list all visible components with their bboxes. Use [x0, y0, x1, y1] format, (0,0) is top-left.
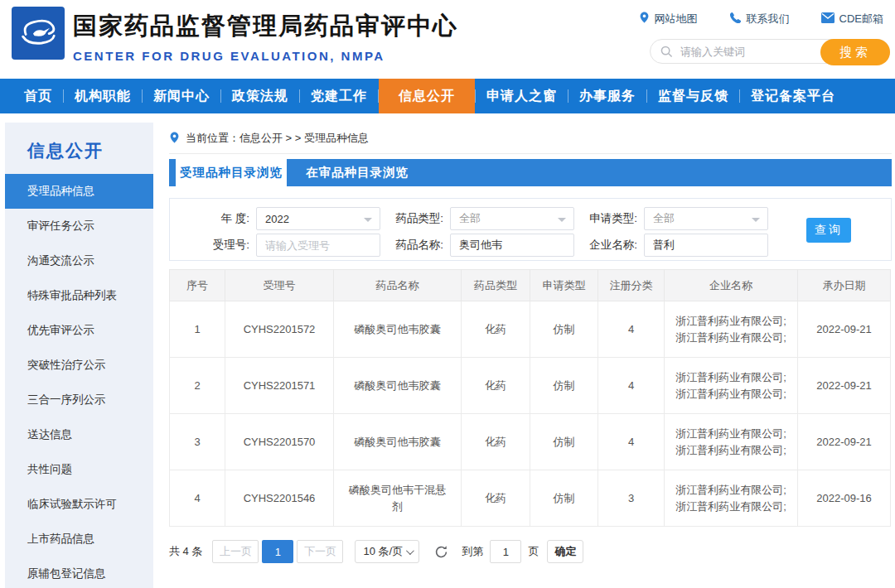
nav-item-functions[interactable]: 机构职能	[64, 79, 142, 113]
contact-link[interactable]: 联系我们	[729, 11, 790, 27]
apply-type-select[interactable]: 全部	[644, 207, 768, 230]
main-nav: 首页 机构职能 新闻中心 政策法规 党建工作 信息公开 申请人之窗 办事服务 监…	[0, 79, 895, 113]
sidebar-item-communication[interactable]: 沟通交流公示	[5, 243, 153, 278]
cell-drug-name: 磷酸奥司他韦胶囊	[334, 414, 462, 470]
cell-acceptance-no: CYHS2201546	[225, 470, 334, 527]
filter-row-2: 受理号: 药品名称: 企业名称:	[170, 234, 891, 257]
cell-index: 2	[170, 358, 225, 414]
sitemap-link[interactable]: 网站地图	[639, 11, 698, 27]
search-button[interactable]: 搜索	[820, 39, 890, 65]
company-input[interactable]	[653, 239, 759, 252]
site-search: 搜索	[650, 39, 890, 64]
page-size-select[interactable]: 10 条/页	[355, 540, 419, 563]
nav-item-services[interactable]: 办事服务	[568, 79, 646, 113]
sidebar-item-delivery-info[interactable]: 送达信息	[5, 417, 153, 452]
nav-item-news[interactable]: 新闻中心	[143, 79, 220, 113]
drug-type-select[interactable]: 全部	[450, 207, 574, 230]
nav-item-info-disclosure[interactable]: 信息公开	[379, 79, 475, 113]
main-content: 当前位置：信息公开 > > 受理品种信息 受理品种目录浏览 在审品种目录浏览 年…	[169, 123, 892, 563]
sidebar-item-review-tasks[interactable]: 审评任务公示	[5, 209, 153, 243]
page-number-1[interactable]: 1	[262, 540, 293, 563]
cell-acceptance-no: CYHS2201570	[225, 414, 334, 470]
table-row: 4 CYHS2201546 磷酸奥司他韦干混悬剂 化药 仿制 3 浙江普利药业有…	[170, 470, 891, 527]
cell-drug-name: 磷酸奥司他韦胶囊	[334, 301, 462, 358]
company-label: 企业名称:	[579, 238, 637, 253]
mail-icon	[821, 12, 835, 26]
cde-logo	[12, 7, 65, 60]
phone-icon	[729, 12, 742, 27]
year-select[interactable]: 2022	[256, 207, 380, 230]
acceptance-no-input[interactable]	[265, 239, 371, 252]
col-header-company: 企业名称	[665, 270, 798, 301]
tab-accepted-catalog[interactable]: 受理品种目录浏览	[176, 159, 287, 186]
sidebar-item-marketed-drugs[interactable]: 上市药品信息	[5, 522, 153, 557]
prev-page-button[interactable]: 上一页	[212, 540, 259, 563]
refresh-icon[interactable]	[434, 545, 448, 559]
goto-page-input[interactable]	[490, 540, 521, 563]
drug-type-label: 药品类型:	[385, 211, 443, 226]
cell-index: 4	[170, 470, 225, 527]
cell-company: 浙江普利药业有限公司;浙江普利药业有限公司;	[665, 358, 798, 414]
cell-registration-class: 4	[598, 301, 665, 358]
table-row: 1 CYHS2201572 磷酸奥司他韦胶囊 化药 仿制 4 浙江普利药业有限公…	[170, 301, 891, 358]
sidebar-item-special-approval[interactable]: 特殊审批品种列表	[5, 278, 153, 313]
tab-under-review-catalog[interactable]: 在审品种目录浏览	[287, 159, 428, 186]
drug-name-label: 药品名称:	[385, 238, 443, 253]
chevron-down-icon	[364, 218, 372, 222]
site-title-block: 国家药品监督管理局药品审评中心 CENTER FOR DRUG EVALUATI…	[73, 10, 458, 63]
cell-acceptance-no: CYHS2201572	[225, 301, 334, 358]
query-button[interactable]: 查询	[806, 218, 851, 243]
cell-registration-class: 4	[598, 358, 665, 414]
pagination: 共 4 条 上一页 1 下一页 10 条/页 到第 页 确定	[169, 540, 892, 563]
sidebar-item-clinical-trial-implied-license[interactable]: 临床试验默示许可	[5, 487, 153, 522]
drug-type-value: 全部	[459, 211, 481, 226]
nav-item-home[interactable]: 首页	[13, 79, 63, 113]
filter-row-1: 年 度: 2022 药品类型: 全部 申请类型: 全部	[170, 207, 891, 230]
col-header-drug-type: 药品类型	[462, 270, 530, 301]
cell-date: 2022-09-21	[798, 414, 891, 470]
search-input[interactable]	[680, 40, 813, 63]
breadcrumb: 当前位置：信息公开 > > 受理品种信息	[169, 123, 892, 147]
page-size-value: 10 条/页	[363, 544, 403, 559]
contact-label: 联系我们	[747, 12, 790, 27]
cell-drug-type: 化药	[462, 470, 530, 527]
breadcrumb-divider	[169, 153, 892, 154]
confirm-button[interactable]: 确定	[547, 540, 583, 563]
drug-name-input[interactable]	[459, 239, 565, 252]
chevron-down-icon	[558, 218, 566, 222]
cell-date: 2022-09-16	[798, 470, 891, 527]
nav-item-applicant-window[interactable]: 申请人之窗	[476, 79, 568, 113]
col-header-date: 承办日期	[798, 270, 891, 301]
filter-panel: 年 度: 2022 药品类型: 全部 申请类型: 全部 受理号: 药品名称:	[169, 198, 892, 261]
cell-date: 2022-09-21	[798, 301, 891, 358]
cell-apply-type: 仿制	[530, 414, 598, 470]
sidebar-item-accepted-varieties[interactable]: 受理品种信息	[5, 174, 153, 209]
sidebar: 信息公开 受理品种信息 审评任务公示 沟通交流公示 特殊审批品种列表 优先审评公…	[5, 123, 153, 588]
sitemap-label: 网站地图	[655, 12, 698, 27]
mailbox-label: CDE邮箱	[839, 12, 883, 27]
drug-name-field	[450, 234, 574, 257]
cell-index: 1	[170, 301, 225, 358]
col-header-drug-name: 药品名称	[334, 270, 462, 301]
cell-drug-type: 化药	[462, 414, 530, 470]
cell-company: 浙江普利药业有限公司;浙江普利药业有限公司;	[665, 470, 798, 527]
cell-drug-type: 化药	[462, 358, 530, 414]
site-subtitle: CENTER FOR DRUG EVALUATION, NMPA	[73, 49, 458, 63]
table-header-row: 序号 受理号 药品名称 药品类型 申请类型 注册分类 企业名称 承办日期	[170, 270, 891, 301]
mailbox-link[interactable]: CDE邮箱	[821, 11, 883, 27]
sidebar-item-three-in-one[interactable]: 三合一序列公示	[5, 383, 153, 417]
year-value: 2022	[265, 213, 289, 225]
sidebar-item-priority-review[interactable]: 优先审评公示	[5, 313, 153, 348]
nav-item-policies[interactable]: 政策法规	[221, 79, 299, 113]
nav-item-supervision[interactable]: 监督与反馈	[647, 79, 739, 113]
nav-item-party[interactable]: 党建工作	[300, 79, 378, 113]
sidebar-item-api-excipient-registration[interactable]: 原辅包登记信息	[5, 557, 153, 588]
col-header-registration-class: 注册分类	[598, 270, 665, 301]
goto-page-label: 到第	[462, 544, 483, 559]
next-page-button[interactable]: 下一页	[297, 540, 343, 563]
nav-item-registration-platform[interactable]: 登记备案平台	[740, 79, 846, 113]
sidebar-item-common-issues[interactable]: 共性问题	[5, 452, 153, 487]
year-label: 年 度:	[170, 211, 249, 226]
acceptance-no-field	[256, 234, 380, 257]
sidebar-item-breakthrough-therapy[interactable]: 突破性治疗公示	[5, 348, 153, 383]
